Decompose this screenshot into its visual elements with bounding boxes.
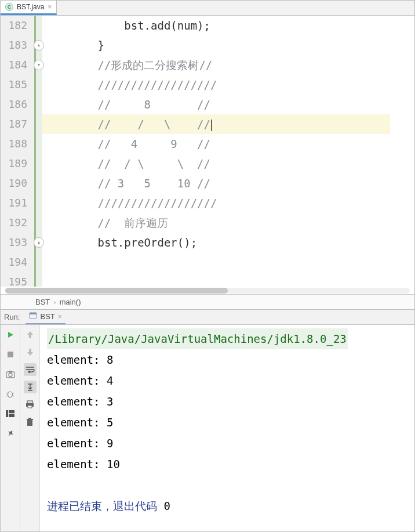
editor-tab-bar: C BST.java × xyxy=(1,1,414,16)
svg-text:C: C xyxy=(8,4,12,10)
close-icon[interactable]: × xyxy=(58,313,62,321)
svg-rect-4 xyxy=(8,352,13,357)
svg-rect-21 xyxy=(27,420,32,426)
down-arrow-icon[interactable] xyxy=(24,346,37,359)
scrollbar-track[interactable] xyxy=(5,288,410,294)
fold-expand-down-icon[interactable]: ▾ xyxy=(34,60,44,70)
editor-horizontal-scrollbar[interactable] xyxy=(1,287,414,295)
soft-wrap-icon[interactable] xyxy=(24,363,37,376)
bug-icon[interactable] xyxy=(4,388,17,400)
run-config-tab[interactable]: BST × xyxy=(26,310,65,324)
code-content[interactable]: bst.add(num); } //形成的二分搜索树// ///////////… xyxy=(42,16,390,287)
up-arrow-icon[interactable] xyxy=(24,328,37,341)
run-label: Run: xyxy=(4,313,20,321)
pin-icon[interactable] xyxy=(4,427,17,440)
run-config-name: BST xyxy=(40,312,54,321)
svg-rect-23 xyxy=(28,418,31,419)
breadcrumb: BST › main() xyxy=(1,295,414,310)
scrollbar-thumb[interactable] xyxy=(5,288,228,294)
trash-icon[interactable] xyxy=(24,415,37,428)
svg-rect-13 xyxy=(6,410,8,417)
run-toolwindow-header: Run: BST × xyxy=(1,310,414,325)
stop-icon[interactable] xyxy=(4,348,17,361)
svg-rect-22 xyxy=(27,419,33,420)
svg-point-6 xyxy=(9,373,12,377)
run-icon[interactable] xyxy=(4,328,17,341)
fold-collapse-up-icon[interactable]: ▴ xyxy=(34,237,44,248)
svg-rect-18 xyxy=(27,401,32,403)
scroll-to-end-icon[interactable] xyxy=(24,381,37,393)
run-actions-toolbar xyxy=(1,325,20,531)
file-tab-bst[interactable]: C BST.java × xyxy=(1,1,57,15)
layout-icon[interactable] xyxy=(4,407,17,420)
svg-point-8 xyxy=(8,392,13,397)
svg-rect-14 xyxy=(9,410,14,413)
console-actions-toolbar xyxy=(20,325,40,531)
code-editor[interactable]: 1821831841851861871881891901911921931941… xyxy=(1,16,414,287)
file-tab-label: BST.java xyxy=(17,3,44,11)
svg-rect-7 xyxy=(9,371,12,372)
console: /Library/Java/JavaVirtualMachines/jdk1.8… xyxy=(1,325,414,531)
java-class-icon: C xyxy=(5,3,13,11)
breadcrumb-method[interactable]: main() xyxy=(60,298,81,306)
close-icon[interactable]: × xyxy=(48,3,52,11)
fold-collapse-up-icon[interactable]: ▴ xyxy=(34,40,44,50)
svg-rect-3 xyxy=(30,313,37,314)
run-config-icon xyxy=(29,312,37,321)
chevron-right-icon: › xyxy=(53,298,56,306)
svg-rect-15 xyxy=(9,414,14,417)
console-output[interactable]: /Library/Java/JavaVirtualMachines/jdk1.8… xyxy=(40,325,414,531)
svg-rect-20 xyxy=(28,406,32,408)
camera-icon[interactable] xyxy=(4,368,17,381)
line-number-gutter: 1821831841851861871881891901911921931941… xyxy=(1,16,34,287)
print-icon[interactable] xyxy=(24,398,37,411)
breadcrumb-class[interactable]: BST xyxy=(35,298,50,306)
fold-gutter: ▴▾▴ xyxy=(34,16,42,287)
